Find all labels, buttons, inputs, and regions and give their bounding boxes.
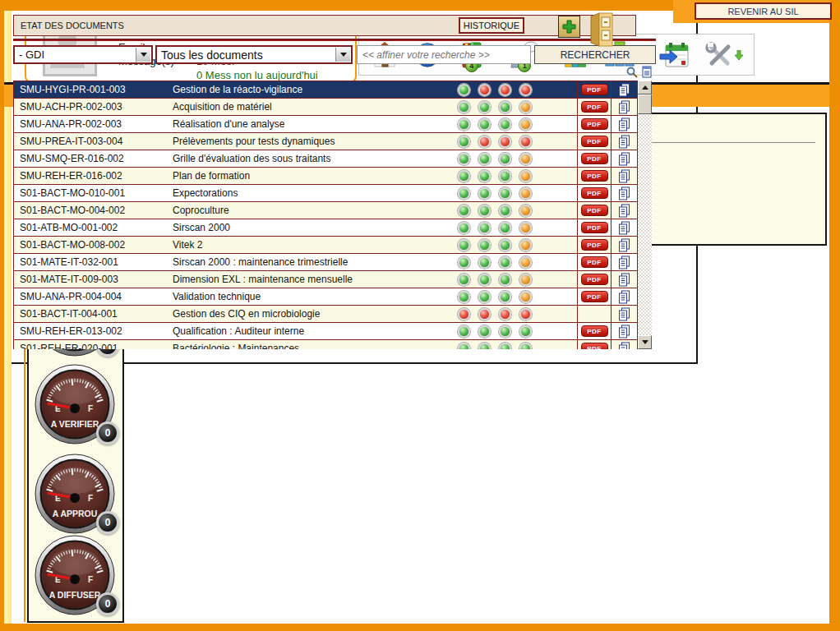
table-row[interactable]: S01-ATB-MO-001-002 Sirscan 2000 PDF [14, 219, 637, 237]
table-scrollbar[interactable] [638, 81, 652, 349]
table-row[interactable]: SMU-REH-ER-016-002 Plan de formation PDF [14, 168, 637, 185]
document-code: SMU-HYGI-PR-001-003 [14, 84, 167, 95]
copy-icon[interactable] [618, 307, 630, 321]
status-leds [451, 343, 538, 350]
table-row[interactable]: SMU-ANA-PR-004-004 Validation technique … [14, 288, 637, 306]
pdf-cell: PDF [577, 81, 611, 98]
status-led-green [478, 118, 491, 131]
history-button[interactable]: HISTORIQUE [459, 17, 524, 34]
window-frame-bottom [0, 624, 840, 631]
pdf-button[interactable]: PDF [581, 118, 608, 130]
return-to-sil-button[interactable]: REVENIR AU SIL [695, 2, 832, 20]
status-leds [451, 256, 538, 269]
status-led-green [499, 274, 511, 286]
pdf-button[interactable]: PDF [581, 239, 608, 251]
copy-icon[interactable] [618, 204, 630, 218]
status-led-red [499, 84, 511, 96]
copy-icon[interactable] [618, 290, 630, 304]
table-row[interactable]: S01-MATE-IT-032-001 Sirscan 2000 : maint… [14, 254, 637, 271]
table-row[interactable]: SMU-ACH-PR-002-003 Acquisition de matéri… [14, 99, 637, 116]
gauge-a-verifier[interactable]: E F A VERIFIER 0 [34, 363, 116, 445]
pdf-button[interactable]: PDF [581, 84, 608, 95]
table-row[interactable]: S01-BACT-MO-010-001 Expectorations PDF [14, 185, 637, 202]
table-row[interactable]: S01-BACT-MO-004-002 Coproculture PDF [14, 202, 637, 219]
copy-icon[interactable] [618, 117, 630, 131]
status-led-red [478, 136, 491, 148]
pdf-button[interactable]: PDF [581, 325, 608, 337]
tools-button[interactable] [704, 41, 743, 69]
copy-icon[interactable] [618, 221, 630, 235]
pdf-button[interactable]: PDF [581, 274, 608, 285]
pdf-button[interactable]: PDF [581, 256, 608, 268]
pdf-button[interactable]: PDF [581, 291, 608, 302]
pdf-button[interactable]: PDF [581, 187, 608, 199]
pdf-button[interactable]: PDF [581, 222, 608, 233]
status-led-green [478, 205, 491, 217]
pdf-button[interactable]: PDF [581, 170, 608, 182]
copy-icon[interactable] [618, 169, 630, 183]
status-leds [451, 84, 538, 96]
pdf-button[interactable]: PDF [581, 343, 608, 349]
copy-cell [611, 340, 637, 349]
category-select-value: - GDI [19, 48, 44, 61]
copy-icon[interactable] [618, 273, 630, 287]
pdf-button[interactable]: PDF [581, 136, 608, 147]
status-led-green [458, 291, 470, 303]
copy-icon[interactable] [618, 135, 630, 149]
copy-icon[interactable] [618, 152, 630, 166]
copy-icon[interactable] [618, 238, 630, 252]
pdf-cell: PDF [577, 168, 611, 184]
document-title: Acquisition de matériel [167, 101, 451, 113]
status-leds [451, 325, 538, 338]
copy-icon[interactable] [618, 325, 630, 339]
gauge-a-approu[interactable]: E F A APPROU 0 [34, 453, 116, 535]
pdf-button[interactable]: PDF [581, 205, 608, 216]
document-code: S01-REH-ER-020-001 [14, 343, 167, 349]
add-document-button[interactable] [558, 16, 580, 38]
scrollbar-down-button[interactable] [638, 335, 652, 349]
status-led-green [499, 205, 511, 217]
pdf-cell: PDF [577, 99, 611, 115]
pdf-cell: PDF [577, 185, 611, 201]
table-row[interactable]: SMU-PREA-IT-003-004 Prélèvements pour te… [14, 133, 637, 150]
gauge-a-diffuser[interactable]: E F A DIFFUSER 0 [34, 534, 116, 616]
copy-icon[interactable] [618, 256, 630, 269]
document-type-select[interactable]: Tous les documents [155, 45, 353, 64]
copy-icon[interactable] [618, 187, 630, 200]
pdf-cell: PDF [577, 323, 611, 339]
table-row[interactable]: SMU-ANA-PR-002-003 Réalisation d'une ana… [14, 116, 637, 133]
table-row[interactable]: S01-MATE-IT-009-003 Dimension EXL : main… [14, 271, 637, 288]
table-row[interactable]: S01-BACT-MO-008-002 Vitek 2 PDF [14, 237, 637, 254]
status-leds [451, 291, 538, 303]
status-led-green [478, 239, 491, 251]
archive-cabinet-button[interactable] [588, 12, 615, 48]
table-row[interactable]: S01-REH-ER-020-001 Bactériologie : Maint… [14, 340, 637, 349]
table-row[interactable]: SMU-HYGI-PR-001-003 Gestion de la réacto… [14, 81, 637, 99]
copy-icon[interactable] [618, 83, 630, 97]
unread-messages-text: 0 Mess non lu aujourd'hui [196, 69, 318, 81]
scrollbar-up-button[interactable] [638, 81, 652, 94]
document-title: Gestion des CIQ en microbiologie [167, 308, 451, 320]
document-list-icon[interactable] [642, 66, 652, 78]
status-led-green [499, 256, 511, 269]
status-leds [451, 101, 538, 113]
pdf-button[interactable]: PDF [581, 153, 608, 164]
document-title: Dimension EXL : maintenance mensuelle [167, 274, 451, 285]
status-led-green [458, 274, 470, 286]
documents-header-label: ETAT DES DOCUMENTS [14, 21, 124, 30]
column-search-icon[interactable] [626, 67, 638, 78]
copy-icon[interactable] [618, 100, 630, 114]
search-input[interactable] [357, 45, 531, 64]
planning-button[interactable] [659, 41, 690, 69]
copy-cell [611, 254, 637, 270]
category-select[interactable]: - GDI [13, 45, 153, 64]
pdf-cell: PDF [577, 254, 611, 270]
document-title: Coproculture [167, 205, 451, 216]
scrollbar-thumb[interactable] [638, 94, 652, 114]
pdf-button[interactable]: PDF [581, 101, 608, 113]
table-row[interactable]: SMU-SMQ-ER-016-002 Grille d'évaluation d… [14, 150, 637, 168]
gauge-count-badge: 0 [96, 592, 119, 615]
copy-icon[interactable] [618, 342, 630, 350]
table-row[interactable]: SMU-REH-ER-013-002 Qualification : Audit… [14, 323, 637, 340]
table-row[interactable]: S01-BACT-IT-004-001 Gestion des CIQ en m… [14, 306, 637, 323]
